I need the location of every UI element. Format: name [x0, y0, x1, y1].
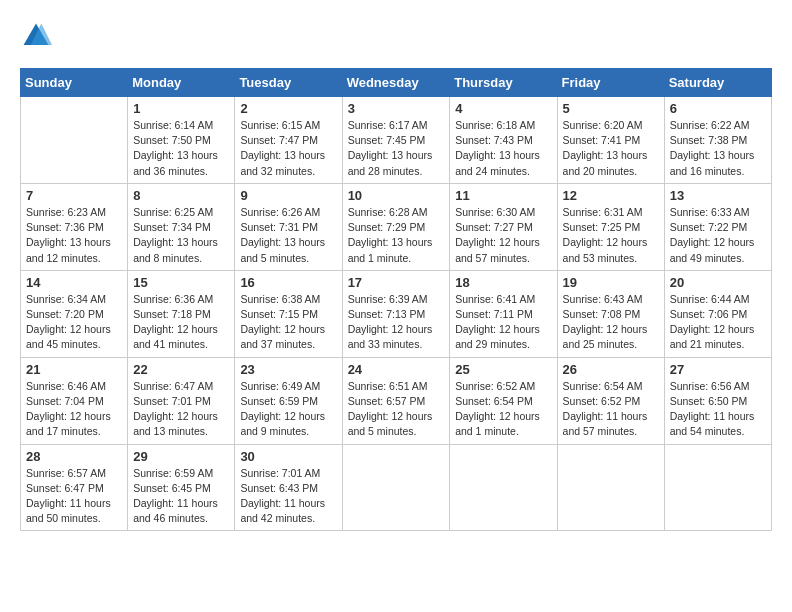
day-info: Sunrise: 6:17 AM Sunset: 7:45 PM Dayligh…	[348, 118, 445, 179]
day-info: Sunrise: 6:18 AM Sunset: 7:43 PM Dayligh…	[455, 118, 551, 179]
day-number: 21	[26, 362, 122, 377]
day-info: Sunrise: 6:52 AM Sunset: 6:54 PM Dayligh…	[455, 379, 551, 440]
day-info: Sunrise: 6:46 AM Sunset: 7:04 PM Dayligh…	[26, 379, 122, 440]
day-number: 3	[348, 101, 445, 116]
day-number: 6	[670, 101, 766, 116]
day-info: Sunrise: 6:28 AM Sunset: 7:29 PM Dayligh…	[348, 205, 445, 266]
day-info: Sunrise: 7:01 AM Sunset: 6:43 PM Dayligh…	[240, 466, 336, 527]
calendar-cell: 24Sunrise: 6:51 AM Sunset: 6:57 PM Dayli…	[342, 357, 450, 444]
calendar-cell: 8Sunrise: 6:25 AM Sunset: 7:34 PM Daylig…	[128, 183, 235, 270]
calendar-cell: 26Sunrise: 6:54 AM Sunset: 6:52 PM Dayli…	[557, 357, 664, 444]
weekday-header-friday: Friday	[557, 69, 664, 97]
calendar-cell: 23Sunrise: 6:49 AM Sunset: 6:59 PM Dayli…	[235, 357, 342, 444]
day-info: Sunrise: 6:41 AM Sunset: 7:11 PM Dayligh…	[455, 292, 551, 353]
weekday-header-tuesday: Tuesday	[235, 69, 342, 97]
week-row-4: 21Sunrise: 6:46 AM Sunset: 7:04 PM Dayli…	[21, 357, 772, 444]
day-info: Sunrise: 6:43 AM Sunset: 7:08 PM Dayligh…	[563, 292, 659, 353]
calendar-cell: 7Sunrise: 6:23 AM Sunset: 7:36 PM Daylig…	[21, 183, 128, 270]
day-number: 10	[348, 188, 445, 203]
day-number: 12	[563, 188, 659, 203]
day-info: Sunrise: 6:51 AM Sunset: 6:57 PM Dayligh…	[348, 379, 445, 440]
day-number: 15	[133, 275, 229, 290]
calendar-cell: 22Sunrise: 6:47 AM Sunset: 7:01 PM Dayli…	[128, 357, 235, 444]
logo	[20, 20, 56, 52]
day-info: Sunrise: 6:57 AM Sunset: 6:47 PM Dayligh…	[26, 466, 122, 527]
day-number: 11	[455, 188, 551, 203]
calendar-cell: 3Sunrise: 6:17 AM Sunset: 7:45 PM Daylig…	[342, 97, 450, 184]
day-number: 24	[348, 362, 445, 377]
calendar-cell: 6Sunrise: 6:22 AM Sunset: 7:38 PM Daylig…	[664, 97, 771, 184]
page-header	[20, 20, 772, 52]
day-number: 27	[670, 362, 766, 377]
day-info: Sunrise: 6:59 AM Sunset: 6:45 PM Dayligh…	[133, 466, 229, 527]
calendar-cell	[450, 444, 557, 531]
day-info: Sunrise: 6:34 AM Sunset: 7:20 PM Dayligh…	[26, 292, 122, 353]
day-number: 2	[240, 101, 336, 116]
calendar-cell: 30Sunrise: 7:01 AM Sunset: 6:43 PM Dayli…	[235, 444, 342, 531]
day-info: Sunrise: 6:38 AM Sunset: 7:15 PM Dayligh…	[240, 292, 336, 353]
day-number: 4	[455, 101, 551, 116]
calendar-cell: 4Sunrise: 6:18 AM Sunset: 7:43 PM Daylig…	[450, 97, 557, 184]
day-info: Sunrise: 6:36 AM Sunset: 7:18 PM Dayligh…	[133, 292, 229, 353]
calendar-cell	[21, 97, 128, 184]
day-info: Sunrise: 6:30 AM Sunset: 7:27 PM Dayligh…	[455, 205, 551, 266]
day-number: 20	[670, 275, 766, 290]
day-number: 26	[563, 362, 659, 377]
calendar-cell: 18Sunrise: 6:41 AM Sunset: 7:11 PM Dayli…	[450, 270, 557, 357]
calendar-table: SundayMondayTuesdayWednesdayThursdayFrid…	[20, 68, 772, 531]
calendar-cell: 5Sunrise: 6:20 AM Sunset: 7:41 PM Daylig…	[557, 97, 664, 184]
day-number: 22	[133, 362, 229, 377]
calendar-cell: 12Sunrise: 6:31 AM Sunset: 7:25 PM Dayli…	[557, 183, 664, 270]
weekday-header-saturday: Saturday	[664, 69, 771, 97]
day-number: 7	[26, 188, 122, 203]
day-number: 23	[240, 362, 336, 377]
day-info: Sunrise: 6:54 AM Sunset: 6:52 PM Dayligh…	[563, 379, 659, 440]
calendar-cell: 25Sunrise: 6:52 AM Sunset: 6:54 PM Dayli…	[450, 357, 557, 444]
day-info: Sunrise: 6:15 AM Sunset: 7:47 PM Dayligh…	[240, 118, 336, 179]
calendar-cell: 20Sunrise: 6:44 AM Sunset: 7:06 PM Dayli…	[664, 270, 771, 357]
calendar-cell: 27Sunrise: 6:56 AM Sunset: 6:50 PM Dayli…	[664, 357, 771, 444]
day-info: Sunrise: 6:33 AM Sunset: 7:22 PM Dayligh…	[670, 205, 766, 266]
calendar-cell: 17Sunrise: 6:39 AM Sunset: 7:13 PM Dayli…	[342, 270, 450, 357]
day-number: 17	[348, 275, 445, 290]
weekday-header-sunday: Sunday	[21, 69, 128, 97]
calendar-cell: 1Sunrise: 6:14 AM Sunset: 7:50 PM Daylig…	[128, 97, 235, 184]
week-row-2: 7Sunrise: 6:23 AM Sunset: 7:36 PM Daylig…	[21, 183, 772, 270]
day-number: 25	[455, 362, 551, 377]
calendar-cell	[342, 444, 450, 531]
week-row-5: 28Sunrise: 6:57 AM Sunset: 6:47 PM Dayli…	[21, 444, 772, 531]
day-number: 13	[670, 188, 766, 203]
day-number: 5	[563, 101, 659, 116]
day-info: Sunrise: 6:31 AM Sunset: 7:25 PM Dayligh…	[563, 205, 659, 266]
calendar-header-row: SundayMondayTuesdayWednesdayThursdayFrid…	[21, 69, 772, 97]
calendar-cell: 10Sunrise: 6:28 AM Sunset: 7:29 PM Dayli…	[342, 183, 450, 270]
logo-icon	[20, 20, 52, 52]
calendar-cell: 14Sunrise: 6:34 AM Sunset: 7:20 PM Dayli…	[21, 270, 128, 357]
day-number: 9	[240, 188, 336, 203]
calendar-cell	[664, 444, 771, 531]
day-number: 29	[133, 449, 229, 464]
day-number: 16	[240, 275, 336, 290]
day-number: 18	[455, 275, 551, 290]
day-number: 30	[240, 449, 336, 464]
day-number: 28	[26, 449, 122, 464]
calendar-cell: 19Sunrise: 6:43 AM Sunset: 7:08 PM Dayli…	[557, 270, 664, 357]
day-number: 14	[26, 275, 122, 290]
day-info: Sunrise: 6:22 AM Sunset: 7:38 PM Dayligh…	[670, 118, 766, 179]
day-number: 19	[563, 275, 659, 290]
calendar-cell: 21Sunrise: 6:46 AM Sunset: 7:04 PM Dayli…	[21, 357, 128, 444]
calendar-cell: 15Sunrise: 6:36 AM Sunset: 7:18 PM Dayli…	[128, 270, 235, 357]
calendar-cell: 13Sunrise: 6:33 AM Sunset: 7:22 PM Dayli…	[664, 183, 771, 270]
day-info: Sunrise: 6:25 AM Sunset: 7:34 PM Dayligh…	[133, 205, 229, 266]
calendar-cell: 29Sunrise: 6:59 AM Sunset: 6:45 PM Dayli…	[128, 444, 235, 531]
weekday-header-monday: Monday	[128, 69, 235, 97]
day-number: 8	[133, 188, 229, 203]
day-info: Sunrise: 6:39 AM Sunset: 7:13 PM Dayligh…	[348, 292, 445, 353]
day-info: Sunrise: 6:14 AM Sunset: 7:50 PM Dayligh…	[133, 118, 229, 179]
week-row-1: 1Sunrise: 6:14 AM Sunset: 7:50 PM Daylig…	[21, 97, 772, 184]
weekday-header-thursday: Thursday	[450, 69, 557, 97]
calendar-cell: 9Sunrise: 6:26 AM Sunset: 7:31 PM Daylig…	[235, 183, 342, 270]
day-number: 1	[133, 101, 229, 116]
calendar-cell: 16Sunrise: 6:38 AM Sunset: 7:15 PM Dayli…	[235, 270, 342, 357]
day-info: Sunrise: 6:23 AM Sunset: 7:36 PM Dayligh…	[26, 205, 122, 266]
